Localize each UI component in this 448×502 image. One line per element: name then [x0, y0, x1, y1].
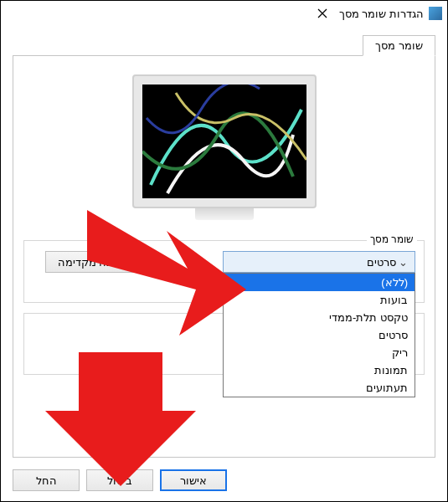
- screensaver-icon: [429, 7, 442, 20]
- monitor-screen: [142, 85, 306, 198]
- monitor-graphic: [132, 74, 317, 225]
- ok-button[interactable]: אישור: [160, 469, 227, 491]
- dropdown-option[interactable]: תעתועים: [224, 379, 415, 397]
- dropdown-option[interactable]: סרטים: [224, 326, 415, 344]
- dropdown-option[interactable]: תמונות: [224, 361, 415, 379]
- dropdown-option[interactable]: (ללא): [224, 274, 415, 291]
- dialog-buttons: החל ביטול אישור: [13, 469, 227, 491]
- preview-button[interactable]: תצוגה מקדימה: [45, 251, 142, 273]
- content-area: שומר מסך: [1, 26, 447, 501]
- tab-body: שומר מסך ⌄ סרטים (ללא)בועותטקסט תלת-ממדי…: [13, 56, 435, 458]
- monitor-preview: [23, 74, 425, 225]
- tab-screensaver[interactable]: שומר מסך: [363, 35, 435, 56]
- settings-window: הגדרות שומר מסך שומר מסך: [0, 0, 448, 502]
- dropdown-option[interactable]: בועות: [224, 291, 415, 309]
- close-button[interactable]: [306, 1, 339, 26]
- titlebar: הגדרות שומר מסך: [1, 1, 447, 26]
- dropdown-button[interactable]: ⌄ סרטים: [223, 251, 415, 273]
- screensaver-dropdown[interactable]: ⌄ סרטים (ללא)בועותטקסט תלת-ממדיסרטיםריקת…: [223, 251, 415, 273]
- dropdown-current: סרטים: [229, 256, 396, 269]
- apply-button[interactable]: החל: [13, 469, 80, 491]
- chevron-down-icon: ⌄: [396, 256, 409, 269]
- close-icon: [317, 8, 327, 18]
- title-wrap: הגדרות שומר מסך: [339, 7, 442, 20]
- tab-strip: שומר מסך: [13, 34, 435, 56]
- dropdown-option[interactable]: טקסט תלת-ממדי: [224, 309, 415, 326]
- dropdown-list[interactable]: (ללא)בועותטקסט תלת-ממדיסרטיםריקתמונותתעת…: [223, 273, 415, 397]
- tab-label: שומר מסך: [375, 39, 423, 52]
- group-label-screensaver: שומר מסך: [367, 233, 417, 245]
- dropdown-option[interactable]: ריק: [224, 344, 415, 361]
- cancel-button[interactable]: ביטול: [86, 469, 153, 491]
- window-title: הגדרות שומר מסך: [339, 8, 424, 20]
- screensaver-group: שומר מסך ⌄ סרטים (ללא)בועותטקסט תלת-ממדי…: [23, 240, 425, 303]
